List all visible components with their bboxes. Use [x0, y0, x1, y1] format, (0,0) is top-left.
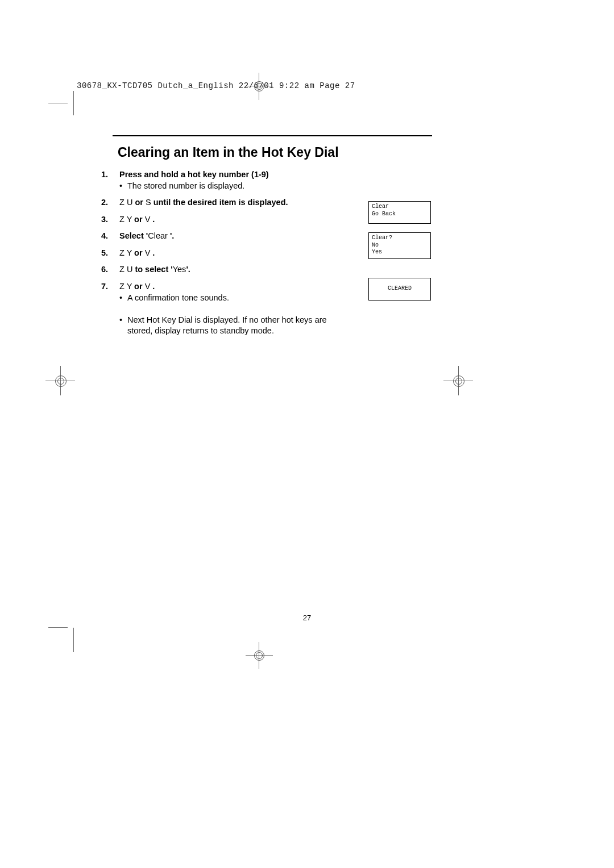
crop-mark — [48, 627, 68, 628]
step-number: 1. — [101, 169, 108, 181]
instruction-step: 7.Z Y or V .• A confirmation tone sounds… — [101, 281, 340, 337]
lcd-display: CLEARED — [368, 278, 431, 301]
lcd-display: Clear Go Back — [368, 201, 431, 224]
crop-mark — [73, 628, 74, 652]
registration-mark-icon — [246, 73, 273, 100]
step-number: 3. — [101, 214, 108, 226]
print-slug: 30678_KX-TCD705 Dutch_a_English 22/6/01 … — [77, 81, 355, 90]
step-bullet: • A confirmation tone sounds. — [119, 293, 340, 304]
step-bullet: • The stored number is displayed. — [119, 181, 340, 192]
instruction-step: 3.Z Y or V . — [101, 214, 340, 226]
instruction-step: 4.Select 'Clear '. — [101, 231, 340, 242]
section-rule — [113, 135, 432, 136]
registration-mark-icon — [443, 366, 473, 395]
step-text: Z U or S until the desired item is displ… — [119, 198, 288, 207]
registration-mark-icon — [45, 366, 75, 395]
step-number: 7. — [101, 281, 108, 293]
instruction-step: 1.Press and hold a hot key number (1-9)•… — [101, 169, 340, 191]
instruction-step: 2.Z U or S until the desired item is dis… — [101, 197, 340, 208]
step-number: 4. — [101, 231, 108, 242]
step-text: Z Y or V . — [119, 215, 155, 224]
step-text: Z Y or V . — [119, 282, 155, 291]
instruction-step: 5.Z Y or V . — [101, 248, 340, 259]
step-number: 6. — [101, 264, 108, 276]
page: 30678_KX-TCD705 Dutch_a_English 22/6/01 … — [0, 0, 614, 868]
step-number: 2. — [101, 197, 108, 208]
step-text: Z U to select 'Yes'. — [119, 265, 190, 274]
step-bullet: • Next Hot Key Dial is displayed. If no … — [119, 315, 340, 337]
instruction-list: 1.Press and hold a hot key number (1-9)•… — [101, 169, 340, 343]
instruction-step: 6.Z U to select 'Yes'. — [101, 264, 340, 276]
step-text: Z Y or V . — [119, 248, 155, 257]
step-text: Select 'Clear '. — [119, 231, 174, 240]
registration-mark-icon — [246, 642, 273, 669]
page-number: 27 — [0, 614, 614, 622]
step-text: Press and hold a hot key number (1-9) — [119, 170, 269, 179]
step-number: 5. — [101, 248, 108, 259]
crop-mark — [48, 103, 68, 103]
crop-mark — [73, 91, 74, 115]
lcd-display: Clear? No Yes — [368, 232, 431, 259]
section-heading: Clearing an Item in the Hot Key Dial — [101, 145, 459, 160]
